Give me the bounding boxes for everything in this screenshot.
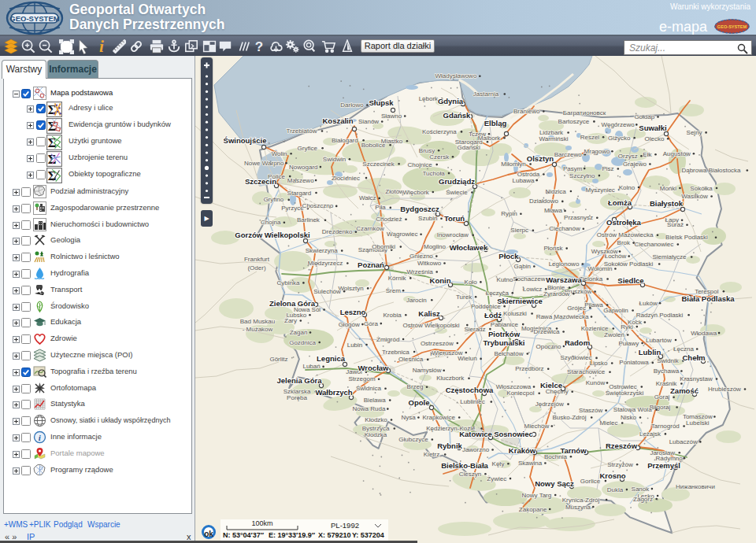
svg-text:Chełm: Chełm [682,353,705,362]
svg-text:Władysławowo: Władysławowo [435,72,476,79]
svg-text:Inowrocław: Inowrocław [437,231,469,238]
svg-text:Warmiński: Warmiński [539,135,568,142]
svg-text:Góra: Góra [364,320,378,327]
svg-text:Koniecpol: Koniecpol [506,390,534,397]
svg-text:Kietrz: Kietrz [424,451,439,458]
svg-text:Trzebnica: Trzebnica [382,349,410,356]
svg-text:Goraj: Goraj [654,393,670,401]
svg-text:Wasilków: Wasilków [681,193,708,200]
svg-text:Nowy Sącz: Nowy Sącz [535,479,574,488]
svg-text:Grajewo: Grajewo [623,161,647,168]
svg-text:Staszów: Staszów [579,407,602,414]
svg-text:Bielawa: Bielawa [364,397,387,404]
svg-text:Sokółka: Sokółka [690,185,713,192]
svg-text:Olsztyn: Olsztyn [527,154,554,163]
svg-text:Kalisz: Kalisz [418,309,440,318]
svg-text:Bychawa: Bychawa [654,368,680,375]
svg-text:Skwierzyna: Skwierzyna [306,247,338,254]
svg-text:Busko-Zdrój: Busko-Zdrój [552,414,586,421]
svg-text:100km: 100km [251,519,272,527]
svg-text:Leżajsk: Leżajsk [639,430,662,438]
svg-text:Rawa Mazowiecka: Rawa Mazowiecka [536,313,589,320]
svg-text:Sianów: Sianów [358,118,379,125]
svg-text:Kościerzyna: Kościerzyna [422,128,457,135]
svg-text:Szubin: Szubin [418,215,437,222]
svg-text:Świecie: Świecie [446,189,468,196]
svg-text:Wągrowiec: Wągrowiec [387,231,418,238]
svg-text:Łowicz: Łowicz [523,286,542,293]
svg-text:Siedlce: Siedlce [617,276,643,285]
svg-text:Görlitz: Görlitz [269,356,287,363]
svg-text:Ostrołęka: Ostrołęka [606,218,642,227]
svg-text:Sulechów: Sulechów [313,288,341,295]
svg-text:Y: 537204: Y: 537204 [352,531,384,539]
svg-text:Skierniewice: Skierniewice [497,297,543,305]
svg-text:Lubań: Lubań [302,363,320,370]
svg-text:Trybunalski: Trybunalski [484,338,525,347]
svg-text:Kunów: Kunów [586,379,606,386]
svg-text:Kęty: Kęty [492,460,505,467]
svg-text:Ciechanowiec: Ciechanowiec [634,241,673,248]
svg-text:Mońki: Mońki [660,185,677,192]
svg-text:Żagań: Żagań [290,329,308,336]
svg-text:Gniezno: Gniezno [410,253,433,260]
svg-text:Działdowo: Działdowo [529,198,558,205]
svg-text:Koluszki: Koluszki [503,310,527,317]
svg-text:Gdańsk: Gdańsk [443,111,472,120]
svg-text:Bydgoszcz: Bydgoszcz [400,205,439,213]
svg-text:Reszel: Reszel [580,134,600,141]
svg-text:Jelenia Góra: Jelenia Góra [276,376,322,385]
svg-text:Krynica-Zdrój: Krynica-Zdrój [562,497,600,504]
svg-text:Багратионовск: Багратионовск [563,109,606,116]
svg-text:Witkowo: Witkowo [417,260,442,267]
svg-text:Ostrów Mazowiecka: Ostrów Mazowiecka [597,231,654,238]
svg-text:Stargard: Stargard [287,190,312,197]
svg-text:Brusy: Brusy [419,147,435,154]
svg-text:Gąbin: Gąbin [514,263,531,270]
svg-text:Sosnowiec: Sosnowiec [494,430,533,438]
svg-text:Lubawa: Lubawa [512,177,535,184]
svg-text:Poznań: Poznań [358,260,384,269]
svg-text:Stalowa Wola: Stalowa Wola [613,406,652,413]
svg-text:Świdnica: Świdnica [356,385,382,392]
svg-text:Sieradz: Sieradz [464,326,485,333]
svg-text:Płońsk: Płońsk [543,245,563,252]
svg-text:Opoczno: Opoczno [536,343,561,350]
svg-text:Toruń: Toruń [444,214,465,223]
svg-text:Chojna: Chojna [261,219,281,226]
svg-text:Dąbrowa Białostocka: Dąbrowa Białostocka [681,167,741,174]
svg-text:Tarnogród: Tarnogród [651,423,680,430]
svg-text:Ełk: Ełk [643,151,652,158]
svg-text:Świnoujście: Świnoujście [224,136,267,145]
svg-text:GEO-SYSTEM: GEO-SYSTEM [717,24,747,29]
svg-text:Mielec: Mielec [599,419,617,427]
svg-text:Turek: Turek [456,294,472,301]
svg-text:Mrągowo: Mrągowo [584,148,610,155]
svg-text:Ciechanów: Ciechanów [549,225,580,232]
svg-text:Sochaczew: Sochaczew [513,275,546,283]
svg-text:Szczytno: Szczytno [569,172,595,179]
svg-text:Wrocław: Wrocław [358,364,390,372]
svg-text:Białogard: Białogard [332,137,358,144]
svg-text:Krapkowice: Krapkowice [423,414,456,421]
svg-text:Lipsko: Lipsko [589,360,608,367]
svg-text:Biała Podlaska: Biała Podlaska [681,294,735,303]
svg-text:Mogilno: Mogilno [424,243,447,250]
svg-text:Drzewica: Drzewica [534,328,560,335]
svg-text:Puławy: Puławy [619,340,639,347]
svg-text:Gryfice: Gryfice [298,145,318,152]
svg-text:Wałcz: Wałcz [359,194,376,201]
svg-text:Koszalin: Koszalin [322,116,353,125]
svg-text:Pilawa: Pilawa [584,301,603,308]
svg-text:Krobia: Krobia [384,312,402,319]
svg-text:Nowogard: Nowogard [289,164,317,171]
svg-text:PL-1992: PL-1992 [331,521,359,530]
svg-text:Mława: Mława [544,207,563,214]
svg-text:Barlinek: Barlinek [297,216,321,223]
svg-text:Węgorzewo: Węgorzewo [601,121,635,128]
svg-text:Krosno: Krosno [599,471,625,480]
svg-text:Krasnystaw: Krasnystaw [680,375,713,382]
svg-text:Śrem: Śrem [386,287,401,294]
svg-text:Muszyna: Muszyna [565,504,591,511]
svg-text:Międzyrzecz: Międzyrzecz [308,260,343,267]
